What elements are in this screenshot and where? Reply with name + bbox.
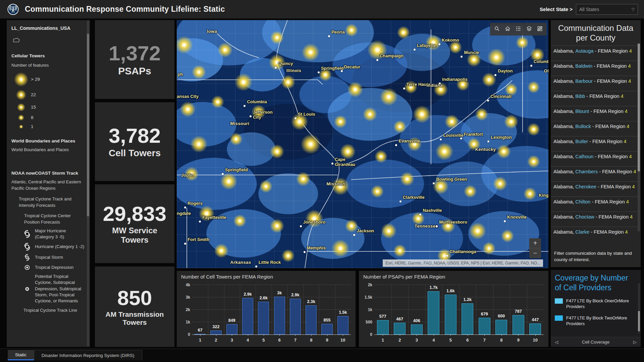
chart-bar-region-8[interactable] <box>495 320 507 335</box>
chart-bar-region-1[interactable] <box>377 320 389 335</box>
county-list-scrollbar-thumb[interactable] <box>638 44 640 171</box>
layers-button[interactable] <box>524 23 534 35</box>
search-button[interactable] <box>491 23 502 35</box>
basemap-button[interactable] <box>534 23 545 35</box>
chart-bar-value-label: 67 <box>198 328 203 333</box>
kpi-card-am-transmission-towers: 850AM Transmission Towers <box>95 266 174 347</box>
county-state-label: Alabama, <box>553 109 574 114</box>
city-marker-dot <box>504 220 506 222</box>
coverage-legend-list: F477 LTE By Block OnerOrMore ProvidersF4… <box>551 298 641 327</box>
pager-next-icon[interactable]: ▷ <box>633 340 637 345</box>
map-canvas[interactable]: IowaPeoriaKokomoLafayetteMuncieChampaign… <box>177 20 548 268</box>
cell-tower-cluster-dot <box>436 143 453 160</box>
county-list-item-butler[interactable]: Alabama,Butler- FEMA Region4 <box>551 136 641 151</box>
kpi-card-cell-towers: 3,782Cell Towers <box>95 102 174 181</box>
pager-prev-icon[interactable]: ◁ <box>555 340 558 345</box>
zoom-in-button[interactable]: + <box>529 238 541 248</box>
chart-bar-region-4[interactable] <box>242 298 253 335</box>
chart-gridline <box>272 285 272 335</box>
tab-disaster-information-reporting-system-dirs[interactable]: Disaster Information Reporting System (D… <box>34 350 142 360</box>
chart-bar-region-9[interactable] <box>321 324 332 335</box>
county-name: Chambers <box>575 169 598 174</box>
county-fema-region: 4 <box>629 154 632 159</box>
y-axis-tick-label: 3k <box>186 295 190 300</box>
county-list-item-autauga[interactable]: Alabama,Autauga- FEMA Region4 <box>551 46 641 61</box>
county-fema-region: 4 <box>626 199 629 204</box>
cell-tower-cluster-dot <box>296 172 310 186</box>
county-list-item-choctaw[interactable]: Alabama,Choctaw- FEMA Region4 <box>551 212 641 227</box>
sidebar-scrollbar[interactable] <box>87 21 89 346</box>
sidebar-scrollbar-thumb[interactable] <box>87 34 89 216</box>
county-filter-note: Filter communication data by state and c… <box>551 247 641 267</box>
county-list-item-calhoun[interactable]: Alabama,Calhoun- FEMA Region4 <box>551 151 641 166</box>
x-axis-tick-label: 6 <box>278 338 281 343</box>
chart-bar-region-3[interactable] <box>226 324 237 335</box>
county-state-label: Alabama, <box>553 63 574 69</box>
chart-bar-region-2[interactable] <box>394 323 406 335</box>
county-name: Cherokee <box>575 184 596 189</box>
chart-bar-value-label: 447 <box>532 317 539 322</box>
county-list-item-cherokee[interactable]: Alabama,Cherokee- FEMA Region4 <box>551 181 641 196</box>
chart-bar-region-7[interactable] <box>290 299 301 335</box>
chart-bar-region-10[interactable] <box>529 323 541 335</box>
storm-symbol-list: Major Hurricane (Category 3 -5)Hurricane… <box>11 228 85 304</box>
city-label-rogers: Rogers <box>187 201 203 206</box>
city-label-dayton: Dayton <box>498 69 513 74</box>
city-label-evansville: Evansville <box>398 139 420 144</box>
chart-bar-value-label: 1.5k <box>339 310 347 315</box>
county-list: Alabama,Autauga- FEMA Region4Alabama,Bal… <box>551 46 641 237</box>
county-list-item-bibb[interactable]: Alabama,Bibb- FEMA Region4 <box>551 91 641 106</box>
x-axis-tick <box>450 335 451 336</box>
city-label-springfield: Springfield <box>225 168 248 173</box>
x-axis-tick-label: 9 <box>326 338 328 343</box>
chart-bar-value-label: 2.9k <box>291 293 299 297</box>
county-list-item-chilton[interactable]: Alabama,Chilton- FEMA Region4 <box>551 196 641 212</box>
chart-bar-region-10[interactable] <box>337 316 348 335</box>
cell-tower-cluster-dot <box>334 115 347 128</box>
map-toolbar <box>490 23 546 36</box>
x-axis-tick <box>343 335 343 336</box>
legend-sidebar: LL_Communications_USA Cellular Towers Nu… <box>7 20 90 347</box>
chart-bar-region-8[interactable] <box>306 305 317 335</box>
graduated-symbol-label: 22 <box>31 92 36 97</box>
county-fema-region: 4 <box>629 48 632 54</box>
cell-tower-cluster-dot <box>393 244 406 257</box>
chart-bar-region-4[interactable] <box>428 291 439 335</box>
x-axis-tick <box>200 335 201 336</box>
county-list-item-blount[interactable]: Alabama,Blount- FEMA Region4 <box>551 106 641 121</box>
county-fema-label: - FEMA Region <box>586 94 619 99</box>
chart-bar-region-2[interactable] <box>210 330 221 335</box>
state-select-dropdown[interactable]: All States ▽ <box>576 4 638 15</box>
x-axis-tick-label: 8 <box>500 338 502 343</box>
chart-bar-region-6[interactable] <box>462 303 473 335</box>
chart-bar-region-7[interactable] <box>479 318 490 335</box>
coverage-scrollbar-thumb[interactable] <box>638 311 640 331</box>
city-label-jefferson-city: Jefferson City <box>253 110 273 120</box>
chart-bar-region-6[interactable] <box>274 297 285 335</box>
county-list-scrollbar[interactable] <box>638 44 640 231</box>
graduated-symbol-row: > 29 <box>11 71 85 88</box>
cell-tower-cluster-dot <box>301 134 320 154</box>
zoom-out-button[interactable]: − <box>529 248 541 258</box>
county-list-item-baldwin[interactable]: Alabama,Baldwin- FEMA Region4 <box>551 61 641 76</box>
graduated-symbol-label: 8 <box>31 115 34 120</box>
coverage-scrollbar[interactable] <box>638 283 640 334</box>
county-list-item-bullock[interactable]: Alabama,Bullock- FEMA Region4 <box>551 121 641 136</box>
x-axis-tick-label: 3 <box>416 338 418 343</box>
tower-glow-symbol-icon <box>11 90 31 100</box>
chart-bar-region-3[interactable] <box>411 324 423 335</box>
chart-bar-region-5[interactable] <box>445 295 457 335</box>
county-list-item-barbour[interactable]: Alabama,Barbour- FEMA Region4 <box>551 76 641 91</box>
coverage-panel: Coverage by Number of Cell Providers F47… <box>551 270 641 347</box>
city-label-fayetteville: Fayetteville <box>202 215 226 220</box>
home-button[interactable] <box>502 23 513 35</box>
graduated-symbol-row: 15 <box>11 102 85 113</box>
county-list-item-clarke[interactable]: Alabama,Clarke- FEMA Region4 <box>551 227 641 237</box>
state-select-value: All States <box>579 7 599 12</box>
kpi-value: 1,372 <box>109 42 161 64</box>
chart-bar-region-5[interactable] <box>258 302 269 335</box>
county-list-item-chambers[interactable]: Alabama,Chambers- FEMA Region4 <box>551 166 641 181</box>
chart-bar-region-9[interactable] <box>513 315 524 335</box>
legend-button[interactable] <box>513 23 524 35</box>
tab-static[interactable]: Static <box>8 350 34 360</box>
